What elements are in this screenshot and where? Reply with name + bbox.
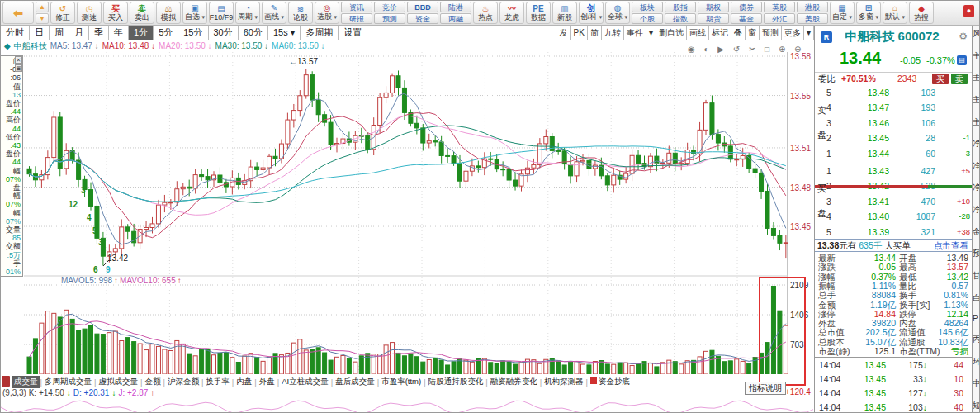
chart-mini-toolbar[interactable]: ◉ ◐ ▶ ↺ ✂ □ ⊕ ⊖ [688, 45, 804, 54]
toolbar-button-研报[interactable]: 研报 [341, 13, 372, 24]
toolbar-button-股指[interactable]: 股指 [665, 2, 696, 12]
toolbar-button-lungu[interactable]: ≋论股 [288, 2, 313, 24]
toolbar-button-指数[interactable]: 指数 [665, 13, 696, 24]
quick-tab-更多[interactable]: 更多 [782, 26, 804, 40]
period-tab-周[interactable]: 周 [50, 26, 69, 40]
indicator-tab-沪深金额[interactable]: 沪深金额 [165, 376, 201, 388]
indicator-tab-多周期成交量[interactable]: 多周期成交量 [42, 376, 94, 388]
quick-tab-发[interactable]: 发 [557, 26, 571, 40]
quick-tab-窗[interactable]: 窗 [746, 26, 760, 40]
quick-tab-▾[interactable]: ▾ [804, 26, 814, 40]
close-icon[interactable]: ✕ [15, 56, 22, 64]
indicator-tab-资金抄底[interactable]: 资金抄底 [588, 376, 632, 388]
toolbar-button-xingu[interactable]: ▥新股 [552, 2, 577, 24]
indicator-tab-内盘[interactable]: 内盘 [234, 376, 254, 388]
toolbar-button-港股[interactable]: 港股 [797, 2, 828, 12]
period-tab-多周期[interactable]: 多周期 [301, 26, 339, 40]
toolbar-button-huaxian[interactable]: ✎画线 ▾ [262, 2, 286, 24]
big-order-notice[interactable]: 13.38元有 635手 大买单 点击查看 [815, 239, 972, 252]
toolbar-button-BBD[interactable]: BBD [407, 2, 438, 12]
kline-volume-chart[interactable] [24, 52, 788, 374]
quick-tab-九转[interactable]: 九转 [602, 26, 624, 40]
toolbar-button-资讯[interactable]: 资讯 [341, 2, 372, 12]
indicator-help-button[interactable]: 指标说明 [745, 382, 786, 395]
toolbar-button-longhu[interactable]: 〰龙虎 [499, 2, 524, 24]
stock-title[interactable]: 中船科技 600072 [836, 29, 948, 45]
quick-tab-PK[interactable]: PK [571, 26, 588, 40]
toolbar-button-chuangke[interactable]: 创创/科 ▾ [579, 2, 604, 24]
toolbar-button-duochuang[interactable]: ⊞多窗 ▾ [856, 2, 881, 24]
indicator-tab-盘后成交量[interactable]: 盘后成交量 [333, 376, 377, 388]
toolbar-button-moni[interactable]: ⚖模拟 [156, 2, 181, 24]
period-tab-设置[interactable]: 设置 [339, 26, 367, 40]
indicator-tab-市盈率(ttm)[interactable]: 市盈率(ttm) [379, 376, 424, 388]
period-tab-分时[interactable]: 分时 [1, 26, 30, 40]
quick-tab-叠[interactable]: 叠 [731, 26, 746, 40]
pin-icon[interactable]: ▣ [15, 64, 22, 72]
indicator-tab-换手率[interactable]: 换手率 [203, 376, 232, 388]
toolbar-button-美股[interactable]: 美股 [797, 13, 828, 24]
blue-badge-icon[interactable]: ▤ [957, 55, 967, 65]
period-tab-1分[interactable]: 1分 [129, 26, 154, 40]
toolbar-button-板块[interactable]: 板块 [632, 2, 663, 12]
toolbar-button-两融[interactable]: 两融 [440, 13, 471, 24]
toolbar-button-mairu[interactable]: 买买入 [103, 2, 128, 24]
period-tab-年[interactable]: 年 [109, 26, 129, 40]
toolbar-button-基金[interactable]: 基金 [731, 13, 762, 24]
toolbar-button-maichu[interactable]: 卖卖出 [130, 2, 154, 24]
back-arrow-icon[interactable]: ⬅ [2, 2, 34, 24]
alert-icon[interactable]: ● [963, 5, 974, 17]
toolbar-button-期货[interactable]: 期货 [698, 13, 729, 24]
period-tab-15分[interactable]: 15分 [178, 26, 208, 40]
gear-icon[interactable]: ⚙ [959, 31, 968, 42]
toolbar-button-个股[interactable]: 个股 [632, 13, 663, 24]
buy-button[interactable]: 买 [932, 74, 949, 84]
toolbar-button-moren[interactable]: ⌂默认 ▾ [883, 2, 907, 24]
period-tab-15s ▾[interactable]: 15s ▾ [268, 26, 301, 40]
toolbar-button-资金[interactable]: 资金 [407, 13, 438, 24]
indicator-tab-外盘[interactable]: 外盘 [257, 376, 277, 388]
indicator-tab-虚拟成交量[interactable]: 虚拟成交量 [96, 376, 140, 388]
toolbar-button-外汇[interactable]: 外汇 [764, 13, 795, 24]
indicator-tab-金额[interactable]: 金额 [142, 376, 163, 388]
quick-tab-标记[interactable]: 标记 [709, 26, 731, 40]
quick-tab-▾[interactable]: ▾ [646, 26, 656, 40]
view-link[interactable]: 点击查看 [934, 240, 968, 252]
toolbar-button-债券[interactable]: 债券 [731, 2, 762, 12]
quick-tab-画线[interactable]: 画线 [687, 26, 709, 40]
indicator-tab-成交量[interactable]: 成交量 [12, 376, 40, 388]
period-tab-月[interactable]: 月 [69, 26, 89, 40]
toolbar-button-f10f9[interactable]: ▤F10/F9 [209, 2, 234, 24]
up-arrow-icon[interactable]: ▲ [36, 2, 49, 12]
toolbar-button-xiuzheng[interactable]: ↺修正 [50, 2, 75, 24]
toolbar-button-英股[interactable]: 英股 [764, 2, 795, 12]
toolbar-button-resou[interactable]: ◆热搜 [909, 2, 934, 24]
quick-tab-事件[interactable]: 事件 [624, 26, 646, 40]
toolbar-button-shuju[interactable]: PE数据 [526, 2, 551, 24]
indicator-tab-融资融券变化[interactable]: 融资融券变化 [488, 376, 540, 388]
toolbar-button-ziding[interactable]: ▦自定 ▾ [830, 2, 855, 24]
period-tab-5分[interactable]: 5分 [154, 26, 178, 40]
toolbar-button-xuangu[interactable]: ◎选股 ▾ [315, 2, 339, 24]
quick-tab-删自选[interactable]: 删自选 [656, 26, 687, 40]
indicator-tab-AI立桩成交量[interactable]: AI立桩成交量 [279, 376, 330, 388]
period-tab-60分[interactable]: 60分 [239, 26, 268, 40]
indicator-tab-陆股通持股变化[interactable]: 陆股通持股变化 [426, 376, 486, 388]
period-tab-季[interactable]: 季 [89, 26, 109, 40]
toolbar-button-陆港[interactable]: 陆港 [440, 2, 471, 12]
quick-tab-简[interactable]: 简 [588, 26, 602, 40]
toolbar-button-quanqiu[interactable]: ◍全球 ▾ [605, 2, 630, 24]
toolbar-button-预测[interactable]: 预测 [374, 13, 405, 24]
down-arrow-icon[interactable]: ▼ [36, 13, 49, 24]
period-tab-日[interactable]: 日 [30, 26, 50, 40]
indicator-tab-机构探测器[interactable]: 机构探测器 [542, 376, 586, 388]
toolbar-button-期权[interactable]: 期权 [698, 2, 729, 12]
quick-tab-预测[interactable]: 预测 [760, 26, 782, 40]
toolbar-button-zhouqi[interactable]: ◔周期 ▾ [235, 2, 260, 24]
toolbar-button-竞价[interactable]: 竞价 [374, 2, 405, 12]
period-tab-30分[interactable]: 30分 [209, 26, 239, 40]
sell-button[interactable]: 卖 [951, 74, 968, 84]
toolbar-button-zixuan[interactable]: ▣自选 ▾ [182, 2, 207, 24]
toolbar-button-cesu[interactable]: ◷测速 [77, 2, 102, 24]
toolbar-button-redian[interactable]: ♨热点 [473, 2, 498, 24]
